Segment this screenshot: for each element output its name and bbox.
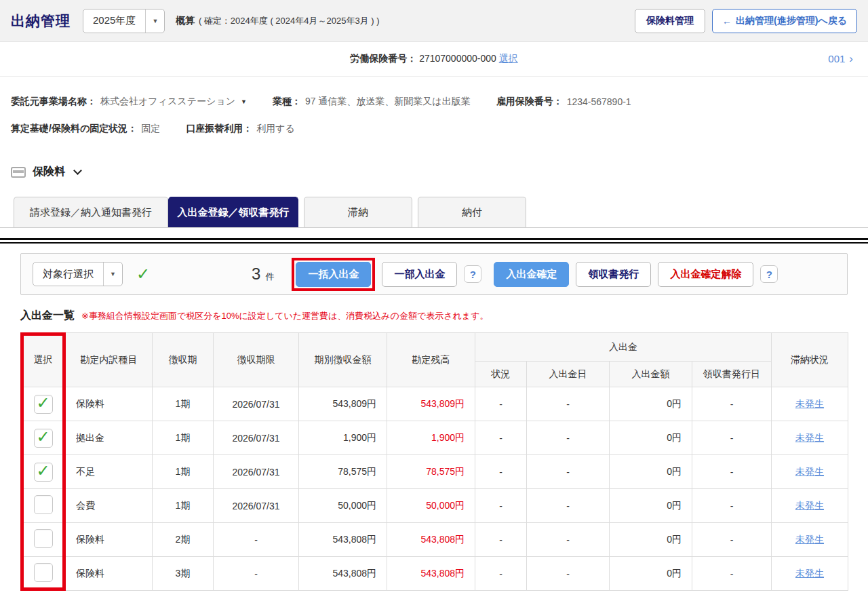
labor-select-link[interactable]: 選択 bbox=[499, 53, 518, 64]
cell-status: - bbox=[475, 489, 527, 523]
table-row: ✓ 拠出金 1期 2026/07/31 1,900円 1,900円 - - 0円… bbox=[21, 421, 848, 455]
company-info: 委託元事業場名称： 株式会社オフィスステーション ▼ 業種： 97 通信業、放送… bbox=[0, 77, 868, 135]
fiscal-year-select[interactable]: 2025年度 ▼ bbox=[83, 9, 165, 33]
cell-balance: 543,809円 bbox=[387, 387, 475, 421]
cell-amount: 543,808円 bbox=[299, 523, 387, 557]
table-row: ✓ 保険料 1期 2026/07/31 543,809円 543,809円 - … bbox=[21, 387, 848, 421]
row-checkbox[interactable]: ✓ bbox=[34, 429, 53, 448]
tab-payment[interactable]: 納付 bbox=[418, 197, 526, 227]
table-row: ✓ 会費 1期 2026/07/31 50,000円 50,000円 - - 0… bbox=[21, 489, 848, 523]
insurance-section-header[interactable]: 保険料 bbox=[0, 150, 868, 179]
cell-receipt-date: - bbox=[692, 421, 772, 455]
row-checkbox[interactable]: ✓ bbox=[34, 495, 53, 514]
cell-status: - bbox=[475, 523, 527, 557]
cell-type: 不足 bbox=[66, 455, 153, 489]
chevron-right-icon: › bbox=[849, 52, 853, 65]
employment-insurance-label: 雇用保険番号： bbox=[496, 96, 563, 108]
cell-balance: 543,808円 bbox=[387, 523, 475, 557]
col-header-select: 選択 bbox=[21, 333, 66, 387]
back-button-label: 出納管理(進捗管理)へ戻る bbox=[736, 15, 847, 27]
tab-bar: 請求登録／納入通知書発行 入出金登録／領収書発行 滞納 納付 bbox=[0, 179, 868, 228]
row-checkbox[interactable]: ✓ bbox=[34, 395, 53, 414]
cell-pay-amount: 0円 bbox=[610, 421, 692, 455]
fiscal-year-value: 2025年度 bbox=[83, 9, 145, 33]
account-transfer-group: 口座振替利用： 利用する bbox=[186, 123, 295, 135]
partial-payment-button[interactable]: 一部入出金 bbox=[382, 262, 457, 287]
cell-status: - bbox=[475, 455, 527, 489]
cell-balance: 543,808円 bbox=[387, 557, 475, 591]
cell-period: 1期 bbox=[153, 387, 214, 421]
labor-number-row: 労働保険番号： 27107000000-000 選択 001› bbox=[0, 42, 868, 77]
list-heading: 入出金一覧 ※事務組合情報設定画面で税区分を10%に設定していた運営費は、消費税… bbox=[0, 295, 868, 323]
fixed-status-group: 算定基礎/保険料の固定状況： 固定 bbox=[11, 123, 160, 135]
cell-type: 拠出金 bbox=[66, 421, 153, 455]
payment-confirm-button[interactable]: 入出金確定 bbox=[494, 262, 569, 287]
cell-type: 会費 bbox=[66, 489, 153, 523]
selected-count-unit: 件 bbox=[265, 271, 274, 283]
action-toolbar: 対象行選択 ▼ ✓ 3 件 一括入出金 一部入出金 ? 入出金確定 領収書発行 … bbox=[20, 253, 848, 295]
bulk-payment-button[interactable]: 一括入出金 bbox=[296, 262, 371, 287]
cell-amount: 78,575円 bbox=[299, 455, 387, 489]
client-dropdown-arrow-icon[interactable]: ▼ bbox=[241, 98, 247, 105]
page-nav-link[interactable]: 001› bbox=[828, 52, 853, 66]
help-icon[interactable]: ? bbox=[464, 265, 481, 283]
estimate-subtitle: 概算 ( 確定：2024年度 ( 2024年4月～2025年3月 ) ) bbox=[176, 15, 379, 27]
table-row: ✓ 保険料 2期 - 543,808円 543,808円 - - 0円 - 未発… bbox=[21, 523, 848, 557]
cell-amount: 50,000円 bbox=[299, 489, 387, 523]
row-select-dropdown[interactable]: 対象行選択 ▼ bbox=[33, 262, 123, 286]
bulk-payment-highlight: 一括入出金 bbox=[292, 258, 375, 291]
cell-period: 1期 bbox=[153, 489, 214, 523]
col-header-payment-group: 入出金 bbox=[475, 333, 772, 362]
check-icon: ✓ bbox=[36, 395, 50, 411]
selected-count-value: 3 bbox=[252, 265, 260, 284]
industry-group: 業種： 97 通信業、放送業、新聞業又は出版業 bbox=[273, 96, 471, 108]
col-header-period: 徴収期 bbox=[153, 333, 214, 387]
cell-receipt-date: - bbox=[692, 387, 772, 421]
help-icon[interactable]: ? bbox=[760, 265, 778, 283]
receipt-issue-button[interactable]: 領収書発行 bbox=[576, 262, 651, 287]
cell-deadline: - bbox=[214, 523, 299, 557]
dropdown-arrow-icon: ▼ bbox=[103, 263, 122, 286]
delinquency-link[interactable]: 未発生 bbox=[795, 398, 824, 409]
col-header-delinquency: 滞納状況 bbox=[772, 333, 848, 387]
cell-amount: 1,900円 bbox=[299, 421, 387, 455]
tab-billing-registration[interactable]: 請求登録／納入通知書発行 bbox=[14, 197, 168, 227]
delinquency-link[interactable]: 未発生 bbox=[795, 466, 824, 477]
delinquency-link[interactable]: 未発生 bbox=[795, 568, 824, 579]
cell-pay-amount: 0円 bbox=[610, 523, 692, 557]
labor-number-label: 労働保険番号： bbox=[350, 53, 416, 64]
col-header-receipt-date: 領収書発行日 bbox=[692, 362, 772, 387]
row-checkbox[interactable]: ✓ bbox=[34, 529, 53, 548]
delinquency-link[interactable]: 未発生 bbox=[795, 534, 824, 545]
cell-period: 1期 bbox=[153, 421, 214, 455]
row-checkbox[interactable]: ✓ bbox=[34, 563, 53, 582]
table-row: ✓ 保険料 3期 - 543,808円 543,808円 - - 0円 - 未発… bbox=[21, 557, 848, 591]
cell-period: 1期 bbox=[153, 455, 214, 489]
cell-status: - bbox=[475, 421, 527, 455]
delinquency-link[interactable]: 未発生 bbox=[795, 432, 824, 443]
cell-receipt-date: - bbox=[692, 455, 772, 489]
card-icon bbox=[11, 167, 26, 178]
cell-pay-date: - bbox=[527, 523, 610, 557]
payment-unconfirm-button[interactable]: 入出金確定解除 bbox=[658, 262, 753, 287]
row-checkbox[interactable]: ✓ bbox=[34, 463, 53, 482]
payment-table-wrap: 選択 勘定内訳種目 徴収期 徴収期限 期別徴収金額 勘定残高 入出金 滞納状況 … bbox=[20, 332, 848, 591]
tab-delinquency[interactable]: 滞納 bbox=[304, 197, 412, 227]
cell-deadline: 2026/07/31 bbox=[214, 387, 299, 421]
labor-number-value: 27107000000-000 bbox=[419, 53, 496, 64]
col-header-type: 勘定内訳種目 bbox=[66, 333, 153, 387]
cell-type: 保険料 bbox=[66, 557, 153, 591]
chevron-down-icon bbox=[73, 166, 82, 175]
insurance-mgmt-button[interactable]: 保険料管理 bbox=[635, 9, 705, 33]
estimate-label: 概算 bbox=[176, 15, 195, 26]
tab-payment-registration[interactable]: 入出金登録／領収書発行 bbox=[168, 197, 298, 227]
payment-table: 選択 勘定内訳種目 徴収期 徴収期限 期別徴収金額 勘定残高 入出金 滞納状況 … bbox=[20, 332, 848, 591]
selected-count: 3 件 bbox=[252, 265, 274, 284]
delinquency-link[interactable]: 未発生 bbox=[795, 500, 824, 511]
dropdown-arrow-icon: ▼ bbox=[145, 9, 164, 33]
cell-deadline: 2026/07/31 bbox=[214, 455, 299, 489]
account-transfer-value: 利用する bbox=[256, 123, 295, 135]
back-button[interactable]: ← 出納管理(進捗管理)へ戻る bbox=[712, 9, 857, 33]
section-divider bbox=[0, 238, 868, 244]
cell-balance: 50,000円 bbox=[387, 489, 475, 523]
